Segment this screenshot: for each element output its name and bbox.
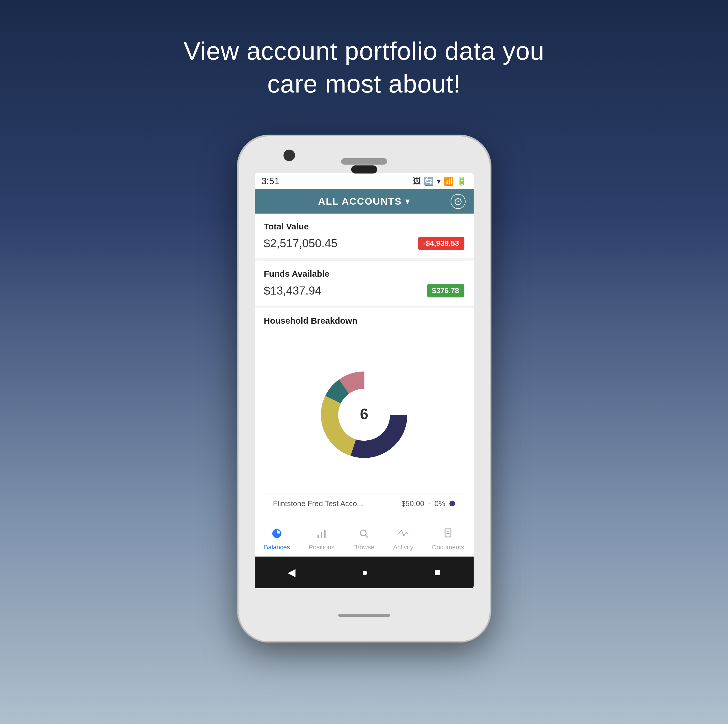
account-selector[interactable]: ALL ACCOUNTS ▾	[318, 196, 410, 207]
account-value: $50.00	[401, 499, 424, 508]
bottom-nav: Balances Positions	[255, 522, 474, 557]
android-home-button[interactable]: ●	[362, 566, 368, 579]
nav-item-positions[interactable]: Positions	[309, 528, 335, 551]
nav-item-activity[interactable]: Activity	[393, 528, 413, 551]
signal-icon: 📶	[444, 176, 454, 186]
svg-text:6: 6	[360, 406, 368, 422]
total-value-card: Total Value $2,517,050.45 -$4,939.53	[255, 214, 474, 258]
funds-available-label: Funds Available	[264, 269, 464, 279]
phone-screen: 3:51 🖼 🔄 ▾ 📶 🔋 ALL ACCOUNTS ▾ ⊙ Tot	[255, 173, 474, 588]
android-back-button[interactable]: ◀	[288, 566, 295, 579]
android-nav-bar: ◀ ● ■	[255, 557, 474, 588]
account-percent: 0%	[434, 499, 445, 508]
total-value-amount: $2,517,050.45	[264, 237, 338, 250]
total-value-row: $2,517,050.45 -$4,939.53	[264, 237, 464, 250]
funds-available-amount: $13,437.94	[264, 284, 321, 297]
breakdown-label: Household Breakdown	[264, 316, 464, 326]
svg-rect-11	[445, 529, 451, 537]
phone-speaker	[341, 158, 387, 165]
nav-item-balances[interactable]: Balances	[264, 528, 290, 551]
browse-icon	[358, 528, 370, 542]
android-recent-button[interactable]: ■	[434, 566, 440, 579]
chevron-down-icon: ▾	[405, 197, 410, 206]
wifi-icon: ▾	[437, 176, 441, 186]
funds-available-badge: $376.78	[427, 284, 464, 297]
positions-label: Positions	[309, 543, 335, 551]
svg-line-10	[365, 535, 368, 537]
sync-icon: 🔄	[424, 176, 434, 186]
documents-icon	[442, 528, 454, 542]
app-header[interactable]: ALL ACCOUNTS ▾ ⊙	[255, 189, 474, 214]
status-icons: 🖼 🔄 ▾ 📶 🔋	[413, 176, 467, 186]
battery-icon: 🔋	[457, 176, 467, 186]
activity-icon	[398, 528, 409, 542]
funds-available-row: $13,437.94 $376.78	[264, 284, 464, 297]
status-bar: 3:51 🖼 🔄 ▾ 📶 🔋	[255, 173, 474, 189]
account-list-item[interactable]: Flintstone Fred Test Acco... $50.00 · 0%	[264, 493, 464, 514]
svg-rect-7	[321, 532, 323, 538]
donut-chart: 6	[315, 366, 413, 464]
balances-label: Balances	[264, 543, 290, 551]
phone-bottom	[338, 588, 390, 643]
account-color-dot	[450, 501, 455, 507]
phone-earpiece	[351, 165, 377, 173]
activity-label: Activity	[393, 543, 413, 551]
profile-icon: ⊙	[454, 195, 462, 208]
total-value-badge: -$4,939.53	[418, 237, 464, 250]
separator: ·	[428, 499, 430, 508]
positions-icon	[316, 528, 327, 542]
nav-item-browse[interactable]: Browse	[353, 528, 374, 551]
svg-rect-8	[324, 530, 326, 538]
phone-top	[237, 135, 491, 165]
home-indicator	[338, 614, 390, 617]
phone-camera	[283, 150, 295, 161]
documents-label: Documents	[432, 543, 464, 551]
page-headline: View account portfolio data you care mos…	[184, 35, 544, 101]
screen-content: Total Value $2,517,050.45 -$4,939.53 Fun…	[255, 214, 474, 588]
account-title: ALL ACCOUNTS	[318, 196, 402, 207]
household-breakdown-card: Household Breakdown 6	[255, 308, 474, 522]
svg-rect-6	[318, 535, 319, 538]
profile-button[interactable]: ⊙	[451, 194, 466, 209]
nav-item-documents[interactable]: Documents	[432, 528, 464, 551]
funds-available-card: Funds Available $13,437.94 $376.78	[255, 261, 474, 306]
account-name: Flintstone Fred Test Acco...	[273, 499, 363, 508]
gallery-icon: 🖼	[413, 176, 421, 186]
account-info-right: $50.00 · 0%	[401, 499, 455, 508]
donut-chart-container: 6	[264, 337, 464, 493]
browse-label: Browse	[353, 543, 374, 551]
phone-device: 3:51 🖼 🔄 ▾ 📶 🔋 ALL ACCOUNTS ▾ ⊙ Tot	[237, 135, 491, 643]
status-time: 3:51	[262, 176, 280, 187]
balances-icon	[271, 528, 283, 542]
total-value-label: Total Value	[264, 222, 464, 231]
